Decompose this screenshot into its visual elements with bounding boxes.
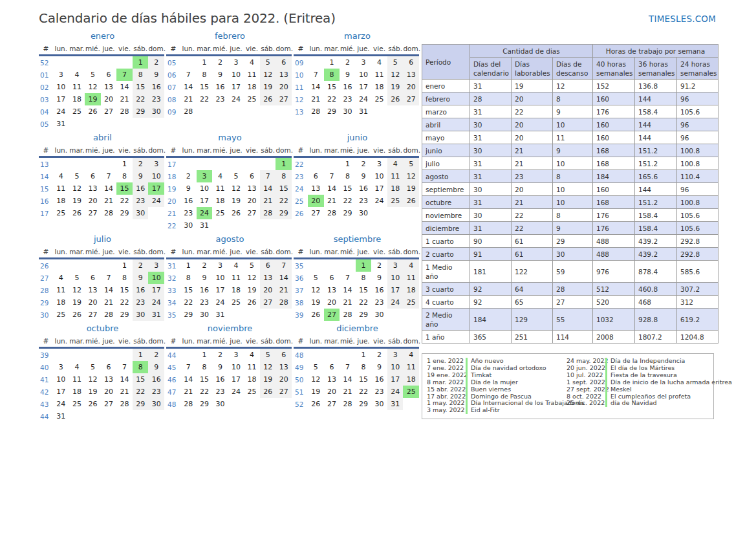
week-number-cell: 49 bbox=[294, 361, 308, 373]
day-cell-weekend: 31 bbox=[387, 398, 404, 410]
week-number-cell: 48 bbox=[294, 348, 308, 362]
day-cell-weekend: 20 bbox=[403, 81, 419, 93]
month-julio: julio#lun.mar.mié.jue.vie.sáb.dom.261232… bbox=[39, 234, 166, 321]
month-enero: enero#lun.mar.mié.jue.vie.sáb.dom.521201… bbox=[39, 31, 166, 130]
value-cell: 96 bbox=[677, 118, 718, 131]
week-row: 171 bbox=[166, 157, 292, 171]
day-cell: 2 bbox=[356, 157, 372, 171]
day-cell: 11 bbox=[212, 182, 228, 195]
week-row: 311234567 bbox=[166, 259, 292, 272]
day-cell-empty bbox=[228, 398, 244, 410]
day-cell: 11 bbox=[69, 373, 85, 386]
day-cell: 29 bbox=[340, 207, 356, 219]
value-cell: 468 bbox=[635, 296, 677, 309]
holidays-legend: 1 ene. 2022Año nuevo7 ene. 2022Día de na… bbox=[422, 353, 714, 419]
day-of-week-header: lun. bbox=[53, 146, 69, 157]
day-cell: 6 bbox=[308, 170, 324, 182]
day-cell: 17 bbox=[212, 284, 228, 296]
legend-holiday-name: Día de inicio de la lucha armada eritrea bbox=[610, 379, 732, 386]
value-cell: 31 bbox=[470, 157, 512, 170]
page: Calendario de días hábiles para 2022. (E… bbox=[0, 0, 756, 535]
site-logo[interactable]: TIMESLES.COM bbox=[649, 14, 716, 24]
value-cell: 100.8 bbox=[677, 157, 718, 170]
table-row: 1 año36525111420081807.21204.8 bbox=[422, 331, 718, 344]
day-cell: 8 bbox=[116, 272, 133, 284]
day-cell-weekend: 19 bbox=[260, 81, 276, 93]
day-of-week-header: mar. bbox=[197, 247, 213, 259]
calendar-table: #lun.mar.mié.jue.vie.sáb.dom.17118234567… bbox=[166, 146, 292, 232]
day-of-week-header: jue. bbox=[356, 146, 372, 157]
day-cell-weekend: 12 bbox=[387, 69, 404, 81]
value-cell: 21 bbox=[512, 144, 553, 157]
value-cell: 11 bbox=[553, 131, 593, 144]
day-cell-holiday: 8 bbox=[133, 361, 149, 373]
day-cell: 23 bbox=[371, 386, 387, 398]
day-cell: 27 bbox=[308, 207, 324, 219]
day-cell-weekend: 30 bbox=[148, 398, 164, 410]
value-cell: 181 bbox=[470, 261, 512, 283]
week-number-cell: 20 bbox=[166, 195, 180, 207]
week-row: 4110111213141516 bbox=[39, 373, 164, 386]
week-number-cell: 45 bbox=[166, 361, 180, 373]
value-cell: 152 bbox=[593, 80, 635, 93]
value-cell: 29 bbox=[553, 235, 593, 248]
day-cell-empty bbox=[148, 207, 164, 219]
day-cell-weekend: 6 bbox=[403, 56, 419, 69]
day-cell: 10 bbox=[53, 81, 69, 93]
week-number-cell: 11 bbox=[294, 81, 308, 93]
day-cell: 23 bbox=[212, 386, 228, 398]
hours-24-header: 24 horas semanales bbox=[677, 58, 718, 80]
holiday-color-bar bbox=[466, 386, 468, 393]
day-cell: 18 bbox=[228, 284, 244, 296]
day-cell: 14 bbox=[116, 81, 133, 93]
day-cell: 2 bbox=[197, 259, 213, 272]
day-cell: 2 bbox=[371, 348, 387, 362]
value-cell: 31 bbox=[470, 80, 512, 93]
day-cell-empty bbox=[85, 157, 101, 171]
day-cell-weekend: 24 bbox=[148, 296, 164, 309]
day-cell-empty bbox=[101, 157, 117, 171]
week-row: 36567891011 bbox=[294, 272, 419, 284]
day-cell: 17 bbox=[228, 81, 244, 93]
day-cell: 31 bbox=[356, 105, 372, 118]
day-cell: 11 bbox=[53, 182, 69, 195]
day-cell: 16 bbox=[180, 195, 197, 207]
day-cell-weekend: 26 bbox=[403, 195, 419, 207]
day-cell: 18 bbox=[69, 386, 85, 398]
day-of-week-header: lun. bbox=[308, 247, 324, 259]
day-cell: 15 bbox=[324, 81, 340, 93]
holiday-color-bar bbox=[605, 393, 607, 400]
week-row: 26123 bbox=[39, 259, 164, 272]
work-hours-group-header: Horas de trabajo por semana bbox=[593, 45, 718, 58]
day-cell-empty bbox=[275, 105, 292, 118]
day-cell-empty bbox=[180, 157, 197, 171]
value-cell: 1807.2 bbox=[635, 331, 677, 344]
value-cell: 30 bbox=[470, 118, 512, 131]
holiday-color-bar bbox=[605, 386, 607, 393]
calendar-table: #lun.mar.mié.jue.vie.sáb.dom.48123449567… bbox=[294, 336, 419, 410]
legend-date: 3 may. 2022 bbox=[427, 407, 466, 414]
day-cell: 20 bbox=[101, 93, 117, 105]
day-cell: 23 bbox=[356, 195, 372, 207]
day-cell: 10 bbox=[371, 170, 387, 182]
calendar-table: #lun.mar.mié.jue.vie.sáb.dom.09123456107… bbox=[294, 44, 419, 118]
day-cell: 30 bbox=[197, 309, 213, 321]
value-cell: 184 bbox=[593, 170, 635, 183]
day-of-week-header: dom. bbox=[148, 44, 164, 56]
value-cell: 30 bbox=[470, 209, 512, 222]
legend-holiday-name: Día de la mujer bbox=[471, 379, 518, 386]
day-cell-weekend: 11 bbox=[387, 170, 404, 182]
value-cell: 439.2 bbox=[635, 248, 677, 261]
calendar-table: #lun.mar.mié.jue.vie.sáb.dom.52120134567… bbox=[39, 44, 164, 130]
day-of-week-header: vie. bbox=[371, 247, 387, 259]
period-cell: 3 cuarto bbox=[422, 283, 470, 296]
value-cell: 928.8 bbox=[635, 309, 677, 331]
week-number-cell: 13 bbox=[39, 157, 53, 171]
day-cell: 1 bbox=[197, 56, 213, 69]
day-cell: 16 bbox=[212, 81, 228, 93]
holiday-color-bar bbox=[466, 379, 468, 386]
week-row: 1114151617181920 bbox=[294, 81, 419, 93]
week-row: 48282930 bbox=[166, 398, 292, 410]
day-cell: 9 bbox=[340, 69, 356, 81]
day-of-week-header: mar. bbox=[324, 146, 340, 157]
